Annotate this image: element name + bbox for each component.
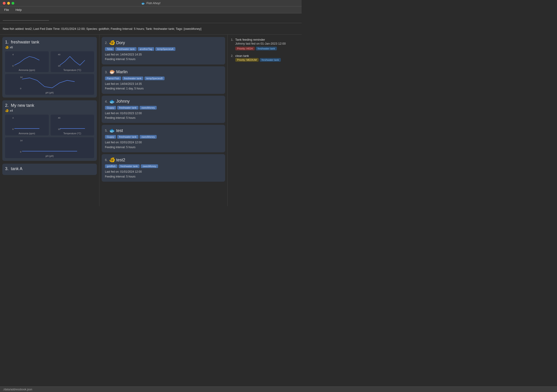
fish-info-test: Last fed on: 02/01/2024 12:00 Feeding in…	[105, 140, 222, 149]
tanks-panel: 1. freshwater tank 🐠 x6 4 0 Ammonia (ppm…	[0, 35, 99, 206]
ph-svg-2: 14 0	[7, 139, 93, 154]
tag-owesmoney-t2: owesMoney	[141, 164, 158, 168]
fish-tags-test: Guppy freshwater tank owesMoney	[105, 135, 222, 139]
ammonia-label-2: Ammonia (ppm)	[7, 132, 47, 135]
ammonia-chart-1: 4 0 Ammonia (ppm)	[5, 51, 49, 72]
freshwater-tag-r2: freshwater tank	[260, 58, 281, 62]
close-button[interactable]	[3, 2, 6, 5]
svg-text:40: 40	[58, 116, 60, 119]
tag-owesmoney-t: owesMoney	[139, 135, 157, 139]
ph-label-2: pH (pH)	[7, 155, 93, 157]
notification-text: New fish added: test2; Last Fed Date Tim…	[3, 27, 201, 31]
svg-text:40: 40	[58, 53, 60, 56]
tag-freshwater: freshwater tank	[115, 47, 136, 51]
fish-info-dory: Last fed on: 14/04/2023 14:35 Feeding in…	[105, 52, 222, 62]
fish-card-johnny: 4. 🐟 Johnny Guppy freshwater tank owesMo…	[102, 96, 225, 123]
tag-parrotfish: Parrot Fish	[105, 76, 121, 80]
svg-text:4: 4	[12, 53, 14, 56]
tag-goldfish: goldfish	[105, 164, 117, 168]
main-content: 1. freshwater tank 🐠 x6 4 0 Ammonia (ppm…	[0, 35, 302, 206]
temp-svg-2: 40 10	[52, 116, 93, 131]
traffic-lights[interactable]	[3, 2, 14, 5]
tag-tempspeciesb: tempSpeciesB	[144, 76, 164, 80]
reminder-title-1: Tank feeding reminder	[235, 38, 286, 41]
tag-tetra: Tetra	[105, 47, 114, 51]
tank-fish-count-2: 🐠 x4	[5, 109, 94, 112]
temp-svg-1: 40 10	[52, 53, 93, 68]
svg-text:10: 10	[58, 128, 60, 130]
tag-guppy-t: Guppy	[105, 135, 116, 139]
searchbar	[0, 13, 302, 23]
svg-text:0: 0	[20, 150, 22, 153]
tag-owesmoney-j: owesMoney	[139, 106, 157, 110]
fish-panel: 2. 🐠 Dory Tetra freshwater tank anotherT…	[99, 35, 228, 206]
tag-freshwater-t: freshwater tank	[117, 135, 138, 139]
tank-charts-1: 4 0 Ammonia (ppm) 40 10 Temperature (°C)	[5, 51, 94, 95]
svg-text:0: 0	[20, 87, 22, 90]
priority-high-badge: Priority: HIGH	[235, 47, 255, 50]
svg-text:10: 10	[58, 65, 60, 67]
ph-label-1: pH (pH)	[7, 91, 93, 94]
svg-text:0: 0	[12, 65, 14, 67]
fish-tags-marlin: Parrot Fish freshwater tank tempSpeciesB	[105, 76, 222, 80]
menu-file[interactable]: File	[3, 8, 10, 12]
tag-tempspeciesa: tempSpeciesA	[155, 47, 175, 51]
ph-chart-1: 14 0 pH (pH)	[5, 74, 94, 95]
fish-header-johnny: 4. 🐟 Johnny	[105, 98, 222, 105]
reminders-panel: 1. Tank feeding reminder Johnny last fed…	[228, 35, 302, 206]
reminder-content-2: clean tank Priority: MEDIUM freshwater t…	[235, 54, 281, 62]
temp-chart-1: 40 10 Temperature (°C)	[51, 51, 94, 72]
tank-card-3: 3. tank A	[2, 164, 97, 175]
reminder-content-1: Tank feeding reminder Johnny last fed on…	[235, 38, 286, 50]
temp-chart-2: 40 10 Temperature (°C)	[51, 115, 94, 135]
svg-text:14: 14	[20, 76, 23, 78]
notification-bar: New fish added: test2; Last Fed Date Tim…	[0, 23, 302, 35]
tank-title-1: 1. freshwater tank	[5, 40, 94, 45]
fish-card-test: 5. 🐟 test Guppy freshwater tank owesMone…	[102, 125, 225, 152]
freshwater-tag-r1: freshwater tank	[256, 47, 277, 50]
search-input[interactable]	[3, 16, 49, 21]
fish-info-johnny: Last fed on: 01/01/2023 12:00 Feeding in…	[105, 111, 222, 120]
menu-help[interactable]: Help	[14, 8, 23, 12]
priority-medium-badge: Priority: MEDIUM	[235, 58, 259, 62]
tag-guppy-j: Guppy	[105, 106, 116, 110]
tank-title-3: 3. tank A	[5, 166, 94, 171]
fish-info-test2: Last fed on: 01/01/2024 12:00 Feeding in…	[105, 169, 222, 179]
tank-fish-count-1: 🐠 x6	[5, 46, 94, 49]
ph-svg-1: 14 0	[7, 75, 93, 90]
app-icon: 🐟	[141, 1, 145, 5]
reminder-tags-2: Priority: MEDIUM freshwater tank	[235, 58, 281, 62]
fish-card-test2: 6. 🐠 test2 goldfish freshwater tank owes…	[102, 154, 225, 182]
ammonia-label-1: Ammonia (ppm)	[7, 69, 47, 71]
fish-tags-johnny: Guppy freshwater tank owesMoney	[105, 106, 222, 110]
ammonia-svg-1: 4 0	[7, 53, 47, 68]
minimize-button[interactable]	[7, 2, 10, 5]
fish-card-dory: 2. 🐠 Dory Tetra freshwater tank anotherT…	[102, 37, 225, 65]
tank-card-2: 2. My new tank 🐠 x4 4 0 Ammonia (ppm)	[2, 100, 97, 161]
tag-freshwater-t2: freshwater tank	[119, 164, 139, 168]
fish-info-marlin: Last fed on: 14/04/2023 14:35 Feeding in…	[105, 82, 222, 91]
reminder-item-2: 2. clean tank Priority: MEDIUM freshwate…	[231, 54, 298, 62]
titlebar: 🐟 Fish Ahoy!	[0, 0, 302, 7]
temp-label-1: Temperature (°C)	[52, 69, 93, 71]
fish-tags-dory: Tetra freshwater tank anotherTag tempSpe…	[105, 47, 222, 51]
fish-header-marlin: 3. 🐡 Marlin	[105, 69, 222, 75]
svg-text:14: 14	[20, 139, 23, 142]
fish-tags-test2: goldfish freshwater tank owesMoney	[105, 164, 222, 168]
maximize-button[interactable]	[12, 2, 14, 5]
tank-charts-2: 4 0 Ammonia (ppm) 40 10 Temperature (°C)	[5, 115, 94, 158]
reminder-item-1: 1. Tank feeding reminder Johnny last fed…	[231, 38, 298, 50]
tag-freshwater-j: freshwater tank	[117, 106, 138, 110]
tag-anothertag: anotherTag	[138, 47, 154, 51]
fish-card-marlin: 3. 🐡 Marlin Parrot Fish freshwater tank …	[102, 66, 225, 94]
tag-freshwater-m: freshwater tank	[122, 76, 143, 80]
svg-text:4: 4	[12, 116, 14, 119]
fish-header-dory: 2. 🐠 Dory	[105, 40, 222, 46]
tank-title-2: 2. My new tank	[5, 103, 94, 108]
fish-header-test2: 6. 🐠 test2	[105, 157, 222, 163]
ph-chart-2: 14 0 pH (pH)	[5, 137, 94, 158]
ammonia-svg-2: 4 0	[7, 116, 47, 131]
fish-header-test: 5. 🐟 test	[105, 128, 222, 134]
reminder-tags-1: Priority: HIGH freshwater tank	[235, 47, 286, 50]
reminder-desc-1: Johnny last fed on 01-Jan-2023 12:00	[235, 42, 286, 45]
